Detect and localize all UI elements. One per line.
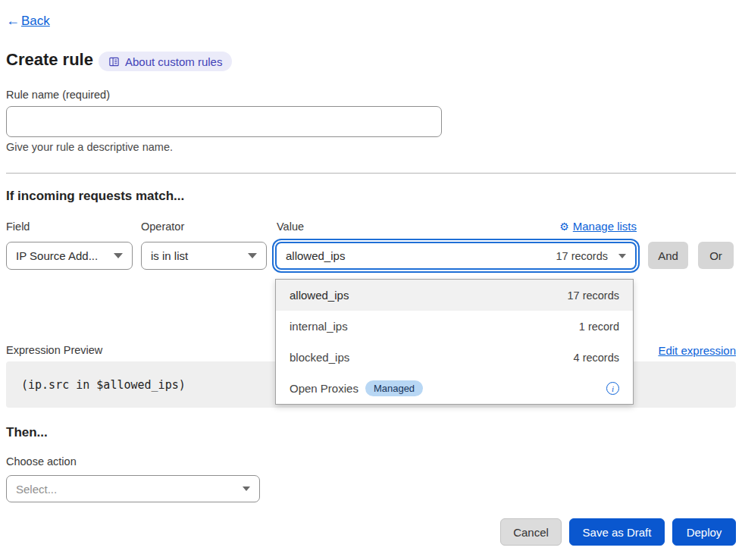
list-item-open-proxies[interactable]: Open Proxies Managed i <box>276 373 633 404</box>
operator-label: Operator <box>141 221 184 233</box>
match-section-heading: If incoming requests match... <box>6 189 184 204</box>
rule-name-helper: Give your rule a descriptive name. <box>6 141 173 153</box>
about-link-label: About custom rules <box>125 55 222 68</box>
save-as-draft-button[interactable]: Save as Draft <box>569 518 665 546</box>
list-item-meta: 17 records <box>567 289 619 302</box>
chevron-down-icon <box>114 253 123 258</box>
back-label[interactable]: Back <box>21 14 50 28</box>
chevron-down-icon <box>618 254 626 258</box>
value-select-meta: 17 records <box>556 250 608 262</box>
chevron-down-icon <box>248 253 257 258</box>
action-select[interactable]: Select... <box>6 475 260 502</box>
list-item-internal-ips[interactable]: internal_ips 1 record <box>276 311 633 342</box>
and-button[interactable]: And <box>648 242 688 269</box>
operator-select[interactable]: is in list <box>141 242 267 270</box>
lists-dropdown: allowed_ips 17 records internal_ips 1 re… <box>275 279 634 405</box>
back-arrow-icon: ← <box>6 13 20 28</box>
list-item-name: allowed_ips <box>290 289 567 302</box>
operator-select-value: is in list <box>151 249 240 262</box>
rule-name-label: Rule name (required) <box>6 89 110 101</box>
list-item-name: internal_ips <box>290 320 579 333</box>
book-icon <box>108 56 120 67</box>
chevron-down-icon <box>243 486 250 491</box>
value-label: Value <box>277 221 304 233</box>
deploy-button[interactable]: Deploy <box>672 518 736 546</box>
list-item-name: blocked_ips <box>290 351 574 364</box>
value-select[interactable]: allowed_ips 17 records <box>275 242 637 270</box>
value-select-value: allowed_ips <box>286 249 556 262</box>
gear-icon: ⚙ <box>559 221 569 233</box>
or-button[interactable]: Or <box>698 242 734 269</box>
list-item-meta: 4 records <box>574 352 619 364</box>
section-divider <box>6 173 736 174</box>
then-section-heading: Then... <box>6 425 48 440</box>
manage-lists-label[interactable]: Manage lists <box>573 220 637 233</box>
list-item-meta: 1 record <box>579 321 619 333</box>
expression-preview-label: Expression Preview <box>6 344 102 356</box>
rule-name-input[interactable] <box>6 106 442 137</box>
choose-action-label: Choose action <box>6 455 77 468</box>
info-icon[interactable]: i <box>606 382 619 395</box>
managed-badge: Managed <box>365 380 423 396</box>
page-title: Create rule <box>6 50 93 70</box>
field-select-value: IP Source Add... <box>16 249 106 262</box>
field-select[interactable]: IP Source Add... <box>6 242 133 270</box>
edit-expression-link[interactable]: Edit expression <box>658 344 736 357</box>
list-item-name: Open Proxies <box>290 382 358 395</box>
expression-code: (ip.src in $allowed_ips) <box>21 378 186 392</box>
list-item-allowed-ips[interactable]: allowed_ips 17 records <box>276 280 633 311</box>
action-select-placeholder: Select... <box>16 483 235 496</box>
field-label: Field <box>6 221 30 233</box>
list-item-blocked-ips[interactable]: blocked_ips 4 records <box>276 342 633 373</box>
back-link[interactable]: ←Back <box>6 13 50 29</box>
cancel-button[interactable]: Cancel <box>500 518 562 546</box>
about-custom-rules-link[interactable]: About custom rules <box>99 52 232 71</box>
create-rule-page: ←Back Create rule About custom rules Rul… <box>0 0 742 560</box>
manage-lists-link[interactable]: ⚙ Manage lists <box>559 220 637 233</box>
